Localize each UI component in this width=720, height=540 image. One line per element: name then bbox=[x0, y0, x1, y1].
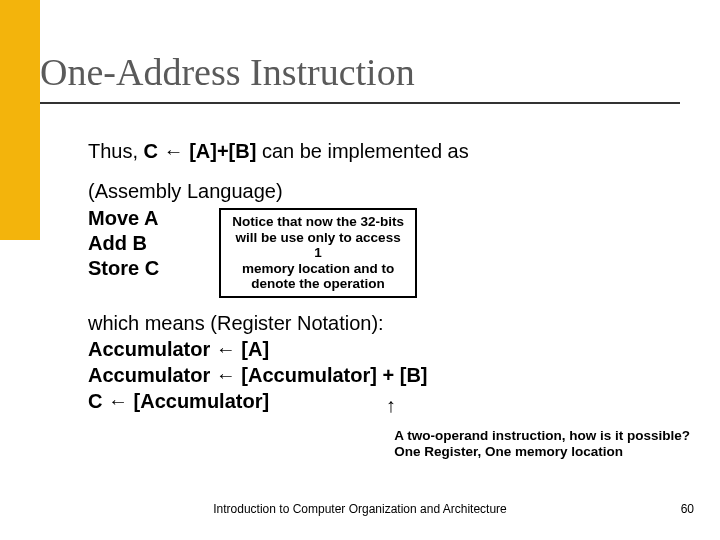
reg-heading: which means (Register Notation): bbox=[88, 310, 683, 336]
accent-bar bbox=[0, 0, 40, 240]
asm-col: Move A Add B Store C bbox=[88, 206, 159, 281]
title-underline bbox=[40, 102, 680, 104]
asm-store: Store C bbox=[88, 256, 159, 281]
reg-l3-text: C ← [Accumulator] bbox=[88, 390, 269, 412]
intro-line: Thus, C ← [A]+[B] can be implemented as bbox=[88, 138, 683, 164]
page-number: 60 bbox=[681, 502, 694, 516]
footnote-l2: One Register, One memory location bbox=[394, 444, 690, 460]
slide-title: One-Address Instruction bbox=[40, 50, 415, 94]
intro-expr: C ← [A]+[B] bbox=[144, 140, 257, 162]
footnote-l1: A two-operand instruction, how is it pos… bbox=[394, 428, 690, 444]
content-area: Thus, C ← [A]+[B] can be implemented as … bbox=[88, 138, 683, 414]
asm-add: Add B bbox=[88, 231, 159, 256]
notice-l4: denote the operation bbox=[231, 276, 405, 292]
notice-box: Notice that now the 32-bits will be use … bbox=[219, 208, 417, 298]
reg-l2: Accumulator ← [Accumulator] + [B] bbox=[88, 362, 683, 388]
footer-text: Introduction to Computer Organization an… bbox=[0, 502, 720, 516]
reg-l1: Accumulator ← [A] bbox=[88, 336, 683, 362]
asm-move: Move A bbox=[88, 206, 159, 231]
notice-l1: Notice that now the 32-bits bbox=[231, 214, 405, 230]
notice-l3: memory location and to bbox=[231, 261, 405, 277]
up-arrow-icon: ↑ bbox=[386, 392, 396, 418]
footnote: A two-operand instruction, how is it pos… bbox=[394, 428, 690, 460]
asm-row: Move A Add B Store C Notice that now the… bbox=[88, 206, 683, 298]
intro-pre: Thus, bbox=[88, 140, 144, 162]
asm-heading: (Assembly Language) bbox=[88, 178, 683, 204]
intro-post: can be implemented as bbox=[256, 140, 468, 162]
reg-l3: C ← [Accumulator] ↑ bbox=[88, 388, 683, 414]
notice-l2: will be use only to access 1 bbox=[231, 230, 405, 261]
